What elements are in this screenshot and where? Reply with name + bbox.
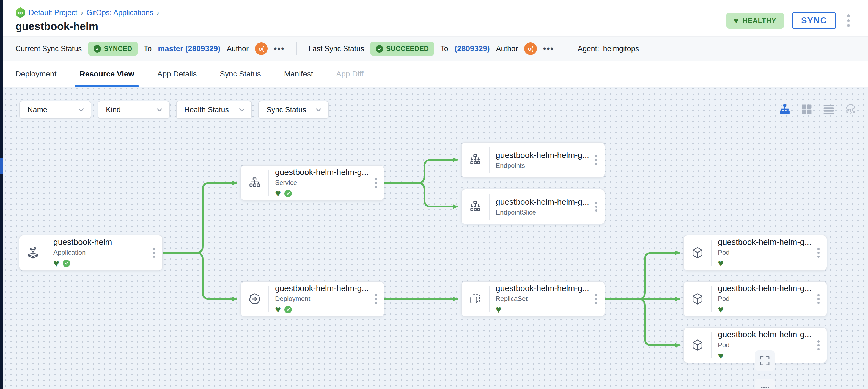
filter-label: Name	[28, 106, 47, 114]
resource-node-replicaset[interactable]: guestbook-helm-helm-g...ReplicaSet♥	[461, 281, 605, 317]
tab-app-diff: App Diff	[336, 61, 364, 87]
app-header: ∞ Default Project › GitOps: Applications…	[0, 0, 868, 36]
tab-deployment[interactable]: Deployment	[16, 61, 56, 87]
sync-check-icon	[63, 260, 70, 267]
filter-kind-dropdown[interactable]: Kind	[98, 101, 170, 119]
resource-name: guestbook-helm-helm-g...	[496, 283, 590, 293]
sync-status-bar: Current Sync Status SYNCED To master (28…	[0, 36, 868, 61]
resource-node-endpoints[interactable]: guestbook-helm-helm-g...Endpoints	[461, 142, 605, 178]
resource-kind: Pod	[718, 295, 812, 303]
author-avatar: o(	[524, 42, 537, 55]
edge-application-to-deployment	[163, 253, 237, 299]
resource-name: guestbook-helm-helm-g...	[275, 168, 370, 177]
list-view-icon[interactable]	[823, 103, 835, 116]
resource-node-service[interactable]: guestbook-helm-helm-g...Service♥	[240, 165, 384, 201]
breadcrumb-project-link[interactable]: Default Project	[29, 8, 77, 17]
fit-view-button[interactable]	[755, 351, 775, 371]
resource-kind: Service	[275, 179, 370, 186]
node-status: ♥	[53, 258, 148, 268]
filter-bar: Name Kind Health Status Sync Status	[19, 101, 329, 119]
node-body: guestbook-helm-helm-g...Endpoints	[490, 143, 590, 177]
health-heart-icon: ♥	[718, 352, 723, 360]
current-sync-label: Current Sync Status	[16, 44, 82, 53]
grid-view-icon[interactable]	[800, 103, 813, 116]
node-status: ♥	[275, 188, 370, 198]
view-toggle-group	[778, 103, 857, 116]
edge-service-to-endpoints	[384, 160, 457, 183]
node-menu-button[interactable]	[590, 282, 602, 317]
service-icon	[241, 166, 269, 200]
more-info-button[interactable]: •••	[543, 44, 554, 53]
tab-resource-view[interactable]: Resource View	[80, 61, 134, 87]
last-revision-link[interactable]: (2809329)	[455, 44, 490, 53]
tab-sync-status[interactable]: Sync Status	[220, 61, 261, 87]
node-menu-button[interactable]	[812, 282, 825, 317]
node-status: ♥	[718, 304, 812, 315]
resource-node-pod-2[interactable]: guestbook-helm-helm-g...Pod♥	[683, 281, 827, 317]
app-menu-button[interactable]	[844, 13, 852, 29]
author-avatar: o(	[255, 42, 268, 55]
filter-label: Kind	[106, 106, 121, 114]
filter-label: Health Status	[184, 106, 229, 114]
cluster-view-icon[interactable]	[844, 103, 857, 116]
divider	[566, 42, 566, 55]
agent-value: helmgitops	[603, 44, 639, 53]
chevron-down-icon	[78, 108, 84, 112]
divider	[296, 42, 297, 55]
node-menu-button[interactable]	[590, 189, 602, 224]
health-heart-icon: ♥	[718, 259, 723, 267]
tree-view-icon[interactable]	[778, 103, 791, 116]
health-status-badge: ♥ HEALTHY	[726, 13, 784, 29]
filter-sync-status-dropdown[interactable]: Sync Status	[258, 101, 329, 119]
node-menu-button[interactable]	[370, 282, 382, 317]
node-status: ♥	[718, 258, 812, 268]
replicaset-icon	[462, 282, 489, 317]
sync-button[interactable]: SYNC	[792, 12, 836, 29]
current-revision-link[interactable]: master (2809329)	[158, 44, 220, 53]
filter-name-dropdown[interactable]: Name	[19, 101, 91, 119]
node-menu-button[interactable]	[370, 166, 382, 200]
expand-icon	[759, 355, 771, 366]
resource-node-endpointslice[interactable]: guestbook-helm-helm-g...EndpointSlice	[461, 189, 605, 225]
author-label: Author	[227, 44, 249, 53]
application-icon	[19, 236, 47, 270]
node-menu-button[interactable]	[148, 236, 160, 270]
resource-name: guestbook-helm-helm-g...	[718, 330, 812, 339]
heart-icon: ♥	[734, 17, 739, 25]
synced-badge-label: SYNCED	[104, 45, 132, 53]
resource-kind: Pod	[718, 341, 812, 349]
breadcrumb-applications-link[interactable]: GitOps: Applications	[86, 8, 153, 17]
last-sync-label: Last Sync Status	[308, 44, 364, 53]
select-area-button[interactable]	[755, 379, 775, 389]
resource-name: guestbook-helm-helm-g...	[496, 150, 590, 160]
resource-node-deployment[interactable]: guestbook-helm-helm-g...Deployment♥	[240, 281, 384, 317]
more-info-button[interactable]: •••	[274, 44, 285, 53]
resource-name: guestbook-helm-helm-g...	[496, 197, 590, 207]
edge-replicaset-to-pod-1	[605, 253, 679, 299]
to-label: To	[440, 44, 448, 53]
resource-kind: Deployment	[275, 295, 370, 303]
resource-graph-canvas[interactable]: Name Kind Health Status Sync Status	[0, 88, 868, 389]
tab-manifest[interactable]: Manifest	[284, 61, 313, 87]
edge-service-to-endpointslice	[384, 183, 457, 207]
node-menu-button[interactable]	[812, 328, 825, 363]
resource-kind: Pod	[718, 249, 812, 257]
resource-name: guestbook-helm-helm-g...	[275, 283, 370, 293]
chevron-down-icon	[156, 108, 162, 112]
tab-app-details[interactable]: App Details	[157, 61, 197, 87]
node-menu-button[interactable]	[590, 143, 602, 177]
node-menu-button[interactable]	[812, 236, 825, 270]
succeeded-badge-label: SUCCEEDED	[386, 45, 429, 53]
endpoints-icon	[462, 189, 489, 224]
pod-icon	[684, 236, 711, 270]
deployment-icon	[241, 282, 269, 317]
synced-badge: SYNCED	[88, 42, 137, 56]
tab-bar: Deployment Resource View App Details Syn…	[0, 61, 868, 88]
resource-node-pod-1[interactable]: guestbook-helm-helm-g...Pod♥	[683, 235, 827, 271]
filter-health-status-dropdown[interactable]: Health Status	[176, 101, 252, 119]
check-circle-icon	[376, 45, 383, 53]
succeeded-badge: SUCCEEDED	[370, 42, 434, 56]
resource-node-application[interactable]: guestbook-helmApplication♥	[19, 235, 163, 271]
chevron-down-icon	[315, 108, 321, 112]
node-body: guestbook-helm-helm-g...Pod♥	[712, 282, 812, 317]
